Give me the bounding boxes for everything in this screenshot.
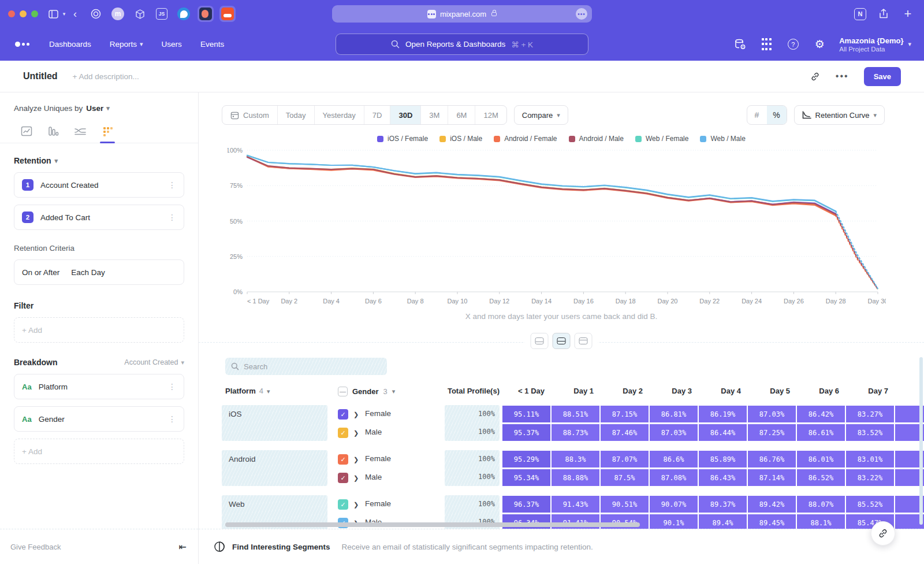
retention-value-cell[interactable]: 86.81% — [650, 406, 698, 422]
url-more-icon[interactable]: ••• — [576, 8, 587, 20]
add-filter-button[interactable]: + Add — [14, 317, 184, 343]
retention-value-cell[interactable]: 83.01% — [846, 451, 894, 467]
range-6m[interactable]: 6M — [448, 106, 475, 124]
criteria-mode[interactable]: On or After — [22, 268, 59, 277]
absolute-toggle[interactable]: # — [747, 106, 767, 124]
vertical-scrollbar[interactable] — [919, 357, 923, 525]
tab-flows[interactable] — [74, 125, 87, 143]
platform-column-header[interactable]: Platform 4 ▾ — [225, 381, 270, 402]
tab-insights[interactable] — [21, 125, 32, 143]
retention-value-cell[interactable]: 87.03% — [748, 406, 796, 422]
expand-row-icon[interactable]: ❯ — [353, 456, 360, 463]
retention-value-cell[interactable]: 87.15% — [601, 406, 649, 422]
legend-item[interactable]: iOS / Male — [439, 135, 482, 143]
share-icon[interactable] — [877, 7, 891, 21]
layout-split-button[interactable] — [553, 333, 571, 349]
retention-value-cell[interactable]: 95.37% — [502, 424, 550, 441]
tab-soundcloud-icon[interactable] — [219, 6, 236, 22]
range-7d[interactable]: 7D — [364, 106, 390, 124]
legend-item[interactable]: Web / Female — [635, 135, 688, 143]
add-description-field[interactable]: + Add description... — [73, 72, 139, 81]
retention-value-cell[interactable]: 86.43% — [699, 469, 747, 486]
retention-value-cell[interactable]: 85.89% — [699, 451, 747, 467]
criteria-interval[interactable]: Each Day — [71, 268, 105, 277]
window-controls[interactable] — [8, 10, 38, 17]
retention-value-cell[interactable]: 87.03% — [650, 424, 698, 441]
retention-value-cell[interactable]: 90.07% — [650, 496, 698, 513]
retention-value-cell[interactable]: 86.6% — [650, 451, 698, 467]
expand-row-icon[interactable]: ❯ — [353, 474, 360, 482]
tab-avatar-icon[interactable]: m — [110, 6, 126, 22]
nav-item-events[interactable]: Events — [200, 40, 224, 49]
global-search[interactable]: Open Reports & Dashboards ⌘ + K — [336, 34, 588, 55]
retention-value-cell[interactable]: 88.51% — [552, 406, 599, 422]
back-icon[interactable]: ‹ — [68, 7, 82, 21]
copy-link-icon[interactable] — [810, 71, 821, 82]
compare-button[interactable]: Compare▾ — [514, 105, 568, 125]
nav-item-users[interactable]: Users — [162, 40, 182, 49]
gender-column-header[interactable]: — Gender 3 ▾ — [338, 381, 395, 402]
retention-value-cell[interactable]: 87.08% — [650, 469, 698, 486]
close-window-button[interactable] — [8, 10, 15, 17]
retention-value-cell[interactable]: 88.1% — [797, 514, 845, 529]
kebab-menu-icon[interactable]: ⋮ — [168, 382, 176, 391]
retention-value-cell[interactable]: 83.52% — [846, 424, 894, 441]
legend-item[interactable]: Web / Male — [700, 135, 745, 143]
retention-section-header[interactable]: Retention▾ — [14, 156, 184, 165]
give-feedback-link[interactable]: Give Feedback — [10, 543, 61, 551]
tab-bird-icon[interactable] — [176, 6, 192, 22]
tab-target-icon[interactable] — [88, 6, 104, 22]
retention-value-cell[interactable]: 86.19% — [699, 406, 747, 422]
settings-gear-icon[interactable]: ⚙ — [813, 38, 826, 51]
percent-toggle[interactable]: % — [767, 106, 787, 124]
retention-value-cell[interactable]: 86.52% — [797, 469, 845, 486]
series-checkbox[interactable]: ✓ — [338, 499, 348, 510]
kebab-menu-icon[interactable]: ⋮ — [168, 180, 176, 190]
retention-value-cell[interactable]: 88.88% — [552, 469, 599, 486]
range-12m[interactable]: 12M — [475, 106, 506, 124]
retention-value-cell[interactable]: 87.46% — [601, 424, 649, 441]
retention-value-cell[interactable]: 86.42% — [797, 406, 845, 422]
series-checkbox[interactable]: ✓ — [338, 454, 348, 465]
minimize-window-button[interactable] — [20, 10, 27, 17]
tab-active-app-icon[interactable] — [198, 6, 214, 22]
retention-value-cell[interactable]: 90.51% — [601, 496, 649, 513]
range-30d[interactable]: 30D — [390, 106, 420, 124]
retention-value-cell[interactable]: 91.43% — [552, 496, 599, 513]
retention-value-cell[interactable]: 87.07% — [601, 451, 649, 467]
nav-item-dashboards[interactable]: Dashboards — [49, 40, 91, 49]
sidebar-toggle-icon[interactable] — [46, 7, 60, 21]
chevron-down-icon[interactable]: ▾ — [60, 7, 68, 21]
expand-row-icon[interactable]: ❯ — [353, 501, 360, 509]
retention-value-cell[interactable]: 95.29% — [502, 451, 550, 467]
series-checkbox[interactable]: ✓ — [338, 409, 348, 420]
retention-value-cell[interactable]: 86.61% — [797, 424, 845, 441]
kebab-menu-icon[interactable]: ⋮ — [168, 213, 176, 222]
retention-value-cell[interactable]: 95.11% — [502, 406, 550, 422]
retention-step-card[interactable]: 2Added To Cart⋮ — [14, 205, 184, 230]
retention-value-cell[interactable]: 86.01% — [797, 451, 845, 467]
range-custom[interactable]: Custom — [222, 106, 277, 124]
retention-value-cell[interactable]: 87.14% — [748, 469, 796, 486]
breakdown-card[interactable]: AaPlatform⋮ — [14, 374, 184, 399]
retention-value-cell[interactable]: 86.76% — [748, 451, 796, 467]
retention-value-cell[interactable]: 83.27% — [846, 406, 894, 422]
table-search-input[interactable]: Search — [225, 358, 387, 375]
legend-item[interactable]: Android / Male — [569, 135, 624, 143]
notion-extension-icon[interactable]: N — [854, 8, 866, 20]
breakdown-card[interactable]: AaGender⋮ — [14, 406, 184, 432]
retention-value-cell[interactable]: 90.1% — [650, 514, 698, 529]
share-link-floating-button[interactable] — [871, 521, 895, 546]
workspace-switcher[interactable]: Amazonia {Demo} All Project Data ▾ — [839, 36, 911, 53]
collapse-sidebar-icon[interactable]: ⇤ — [179, 541, 187, 552]
data-management-icon[interactable] — [733, 38, 747, 51]
retention-value-cell[interactable]: 83.22% — [846, 469, 894, 486]
retention-value-cell[interactable]: 87.25% — [748, 424, 796, 441]
retention-value-cell[interactable]: 88.73% — [552, 424, 599, 441]
range-yesterday[interactable]: Yesterday — [314, 106, 364, 124]
report-title[interactable]: Untitled — [23, 71, 58, 81]
series-checkbox[interactable]: ✓ — [338, 428, 348, 438]
find-segments-title[interactable]: Find Interesting Segments — [232, 543, 330, 551]
retention-value-cell[interactable]: 89.45% — [748, 514, 796, 529]
retention-value-cell[interactable]: 89.37% — [699, 496, 747, 513]
